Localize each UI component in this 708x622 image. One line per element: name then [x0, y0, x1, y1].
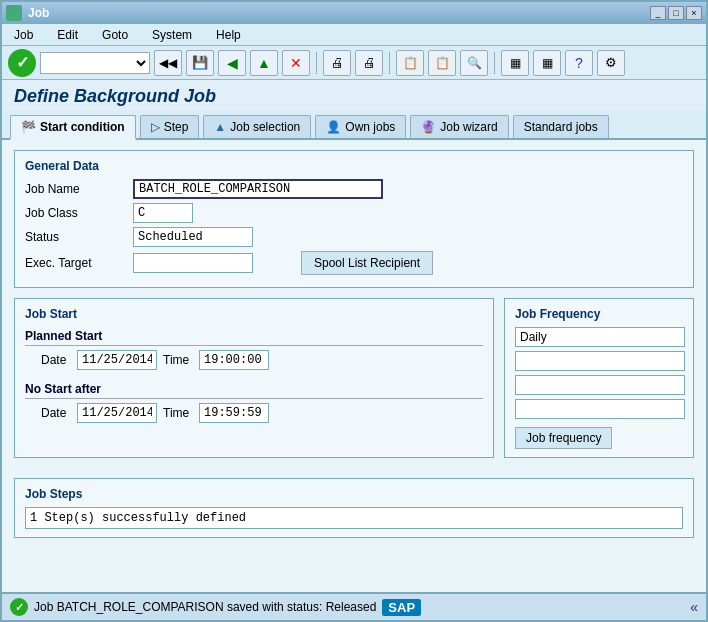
- title-bar-controls: _ □ ×: [650, 6, 702, 20]
- job-class-input[interactable]: [133, 203, 193, 223]
- job-class-row: Job Class: [25, 203, 683, 223]
- job-frequency-daily-input: [515, 327, 685, 347]
- no-start-date-input[interactable]: [77, 403, 157, 423]
- toolbar-settings-button[interactable]: ⚙: [597, 50, 625, 76]
- job-class-label: Job Class: [25, 206, 125, 220]
- no-start-after-title: No Start after: [25, 382, 483, 399]
- status-row: Status: [25, 227, 683, 247]
- page-title: Define Background Job: [14, 86, 216, 106]
- menu-help[interactable]: Help: [212, 27, 245, 43]
- tab-start-condition-icon: 🏁: [21, 120, 36, 134]
- job-frequency-input4[interactable]: [515, 399, 685, 419]
- toolbar-separator-2: [389, 52, 390, 74]
- job-frequency-section: Job Frequency Job frequency: [504, 298, 694, 458]
- job-start-section: Job Start Planned Start Date Time No Sta…: [14, 298, 494, 458]
- toolbar-save-button[interactable]: 💾: [186, 50, 214, 76]
- tab-start-condition-label: Start condition: [40, 120, 125, 134]
- close-button[interactable]: ×: [686, 6, 702, 20]
- no-start-date-row: Date Time: [41, 403, 483, 423]
- planned-time-label: Time: [163, 353, 193, 367]
- no-start-time-label: Time: [163, 406, 193, 420]
- status-message: Job BATCH_ROLE_COMPARISON saved with sta…: [34, 600, 376, 614]
- toolbar-separator-1: [316, 52, 317, 74]
- tab-own-jobs[interactable]: 👤 Own jobs: [315, 115, 406, 138]
- toolbar-back-button[interactable]: ◀: [218, 50, 246, 76]
- planned-start-title: Planned Start: [25, 329, 483, 346]
- no-start-date-label: Date: [41, 406, 71, 420]
- tab-standard-jobs-label: Standard jobs: [524, 120, 598, 134]
- tab-job-selection-label: Job selection: [230, 120, 300, 134]
- status-nav-icon[interactable]: «: [690, 599, 698, 615]
- exec-target-row: Exec. Target Spool List Recipient: [25, 251, 683, 275]
- toolbar-layout1-button[interactable]: ▦: [501, 50, 529, 76]
- toolbar-nav-back-button[interactable]: ◀◀: [154, 50, 182, 76]
- tab-step[interactable]: ▷ Step: [140, 115, 200, 138]
- sap-logo: SAP: [382, 599, 421, 616]
- menu-edit[interactable]: Edit: [53, 27, 82, 43]
- job-start-title: Job Start: [25, 307, 483, 321]
- toolbar-up-button[interactable]: ▲: [250, 50, 278, 76]
- toolbar-find-button[interactable]: 🔍: [460, 50, 488, 76]
- tab-bar: 🏁 Start condition ▷ Step ▲ Job selection…: [2, 111, 706, 140]
- job-frequency-input2[interactable]: [515, 351, 685, 371]
- no-start-time-input[interactable]: [199, 403, 269, 423]
- planned-date-label: Date: [41, 353, 71, 367]
- menu-bar: Job Edit Goto System Help: [2, 24, 706, 46]
- job-steps-input: [25, 507, 683, 529]
- page-header: Define Background Job: [2, 80, 706, 111]
- toolbar-print2-button[interactable]: 🖨: [355, 50, 383, 76]
- toolbar-layout2-button[interactable]: ▦: [533, 50, 561, 76]
- title-bar: Job _ □ ×: [2, 2, 706, 24]
- toolbar-paste-button[interactable]: 📋: [428, 50, 456, 76]
- two-column-layout: Job Start Planned Start Date Time No Sta…: [14, 298, 694, 468]
- tab-own-jobs-label: Own jobs: [345, 120, 395, 134]
- planned-date-row: Date Time: [41, 350, 483, 370]
- tab-start-condition[interactable]: 🏁 Start condition: [10, 115, 136, 140]
- status-bar: ✓ Job BATCH_ROLE_COMPARISON saved with s…: [2, 592, 706, 620]
- toolbar-select[interactable]: [40, 52, 150, 74]
- spool-list-recipient-button[interactable]: Spool List Recipient: [301, 251, 433, 275]
- tab-job-wizard[interactable]: 🔮 Job wizard: [410, 115, 508, 138]
- restore-button[interactable]: □: [668, 6, 684, 20]
- minimize-button[interactable]: _: [650, 6, 666, 20]
- job-steps-title: Job Steps: [25, 487, 683, 501]
- toolbar-copy-button[interactable]: 📋: [396, 50, 424, 76]
- toolbar: ✓ ◀◀ 💾 ◀ ▲ ✕ 🖨 🖨 📋 📋 🔍 ▦ ▦ ? ⚙: [2, 46, 706, 80]
- menu-job[interactable]: Job: [10, 27, 37, 43]
- toolbar-cancel-button[interactable]: ✕: [282, 50, 310, 76]
- job-name-input[interactable]: [133, 179, 383, 199]
- title-bar-left: Job: [6, 5, 49, 21]
- menu-goto[interactable]: Goto: [98, 27, 132, 43]
- tab-own-jobs-icon: 👤: [326, 120, 341, 134]
- job-steps-section: Job Steps: [14, 478, 694, 538]
- planned-time-input[interactable]: [199, 350, 269, 370]
- status-label: Status: [25, 230, 125, 244]
- main-content: General Data Job Name Job Class Status E…: [2, 140, 706, 592]
- tab-job-wizard-label: Job wizard: [440, 120, 497, 134]
- tab-step-icon: ▷: [151, 120, 160, 134]
- tab-job-selection-icon: ▲: [214, 120, 226, 134]
- toolbar-help-button[interactable]: ?: [565, 50, 593, 76]
- exec-target-input[interactable]: [133, 253, 253, 273]
- window-title: Job: [28, 6, 49, 20]
- toolbar-check-button[interactable]: ✓: [8, 49, 36, 77]
- status-bar-left: ✓ Job BATCH_ROLE_COMPARISON saved with s…: [10, 598, 421, 616]
- job-frequency-input3[interactable]: [515, 375, 685, 395]
- tab-job-wizard-icon: 🔮: [421, 120, 436, 134]
- planned-date-input[interactable]: [77, 350, 157, 370]
- job-name-row: Job Name: [25, 179, 683, 199]
- general-data-title: General Data: [25, 159, 683, 173]
- main-window: Job _ □ × Job Edit Goto System Help ✓ ◀◀…: [0, 0, 708, 622]
- toolbar-print-button[interactable]: 🖨: [323, 50, 351, 76]
- tab-job-selection[interactable]: ▲ Job selection: [203, 115, 311, 138]
- general-data-section: General Data Job Name Job Class Status E…: [14, 150, 694, 288]
- status-input: [133, 227, 253, 247]
- exec-target-label: Exec. Target: [25, 256, 125, 270]
- job-frequency-button[interactable]: Job frequency: [515, 427, 612, 449]
- app-icon: [6, 5, 22, 21]
- status-check-icon: ✓: [10, 598, 28, 616]
- tab-step-label: Step: [164, 120, 189, 134]
- menu-system[interactable]: System: [148, 27, 196, 43]
- tab-standard-jobs[interactable]: Standard jobs: [513, 115, 609, 138]
- status-bar-right: «: [690, 599, 698, 615]
